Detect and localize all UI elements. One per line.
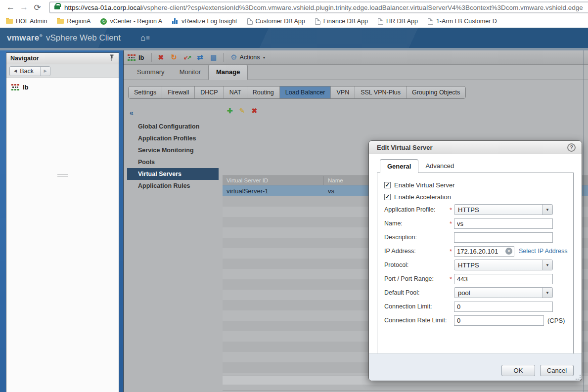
- dialog-footer: OK Cancel: [369, 353, 582, 381]
- application-profile-select[interactable]: HTTPS ▼: [454, 204, 553, 215]
- col-virtual-server-id[interactable]: Virtual Server ID: [223, 176, 324, 185]
- default-pool-select[interactable]: pool ▼: [454, 287, 553, 298]
- sync-icon[interactable]: ⇄: [197, 53, 203, 62]
- url-text: https://vcsa-01a.corp.local/vsphere-clie…: [64, 4, 583, 11]
- subtab-grouping-objects[interactable]: Grouping Objects: [407, 87, 465, 98]
- log-icon[interactable]: ▤: [210, 53, 217, 61]
- dialog-titlebar[interactable]: Edit Virtual Server ?: [369, 141, 582, 154]
- ok-button[interactable]: OK: [501, 365, 535, 376]
- navigator-header: Navigator: [6, 53, 119, 64]
- forward-button[interactable]: ▶: [40, 67, 50, 76]
- name-input[interactable]: [454, 218, 553, 229]
- resize-grip[interactable]: [576, 375, 581, 380]
- menu-item-application-rules[interactable]: Application Rules: [127, 180, 219, 192]
- protocol-select[interactable]: HTTPS ▼: [454, 260, 553, 270]
- checkbox-label: Enable Acceleration: [394, 193, 451, 201]
- dialog-tabs: General Advanced: [380, 159, 461, 173]
- details-divider: [223, 391, 588, 391]
- cancel-button[interactable]: Cancel: [540, 365, 574, 376]
- delete-icon[interactable]: ✖: [251, 107, 257, 115]
- add-icon[interactable]: ✚: [227, 107, 233, 115]
- menu-icon: ≡: [146, 34, 150, 42]
- edge-gateway-icon: [128, 54, 136, 61]
- tab-monitor[interactable]: Monitor: [172, 65, 208, 80]
- name-row: Name: *: [384, 217, 573, 230]
- lb-menu-items: Global Configuration Application Profile…: [127, 121, 219, 192]
- menu-item-pools[interactable]: Pools: [127, 156, 219, 168]
- menu-item-global-configuration[interactable]: Global Configuration: [127, 121, 219, 132]
- edge-gateway-icon: [11, 84, 19, 90]
- menu-item-application-profiles[interactable]: Application Profiles: [127, 132, 219, 144]
- description-row: Description:: [384, 230, 573, 244]
- back-arrow-icon: ◀: [14, 69, 17, 73]
- enable-acceleration-checkbox[interactable]: ✓: [384, 194, 391, 200]
- dialog-tab-general[interactable]: General: [380, 159, 418, 173]
- browser-reload-icon[interactable]: ⟳: [31, 2, 44, 13]
- bookmark-1arm-lb[interactable]: 1-Arm LB Customer D: [428, 18, 497, 25]
- object-toolbar: lb ✖ ↻ ↙↗ ⇄ ▤ ⚙ Actions ▼: [124, 50, 588, 65]
- url-omnibox[interactable]: https://vcsa-01a.corp.local/vsphere-clie…: [49, 1, 588, 13]
- back-button[interactable]: ◀Back: [10, 67, 40, 76]
- checkbox-label: Enable Virtual Server: [394, 181, 455, 189]
- cps-suffix: (CPS): [547, 317, 565, 324]
- clear-ip-icon[interactable]: ✕: [505, 248, 512, 255]
- vmware-logo: vmware®: [7, 33, 43, 43]
- connection-rate-limit-input[interactable]: [454, 315, 544, 326]
- subtab-nat[interactable]: NAT: [224, 87, 247, 98]
- subtab-vpn[interactable]: VPN: [331, 87, 355, 98]
- enable-virtual-server-checkbox[interactable]: ✓: [384, 182, 391, 188]
- bookmark-customer-db[interactable]: Customer DB App: [247, 18, 305, 25]
- vcenter-icon: ↻: [100, 18, 107, 25]
- back-button-group: ◀Back ▶: [9, 66, 50, 76]
- content-right-edge: [584, 50, 584, 392]
- port-input[interactable]: [454, 274, 553, 284]
- delete-edge-icon[interactable]: ✖: [158, 53, 164, 61]
- dropdown-arrow-icon: ▼: [542, 205, 552, 215]
- subtab-dhcp[interactable]: DHCP: [195, 87, 224, 98]
- select-ip-address-link[interactable]: Select IP Address: [519, 248, 567, 255]
- connection-rate-limit-row: Connection Rate Limit: (CPS): [384, 313, 573, 327]
- https-lock-icon[interactable]: [54, 5, 60, 9]
- home-button[interactable]: ⌂≡: [140, 33, 150, 43]
- browser-back-icon[interactable]: ←: [4, 2, 17, 12]
- manage-subtabs: Settings Firewall DHCP NAT Routing Load …: [128, 86, 466, 99]
- actions-menu-button[interactable]: ⚙ Actions ▼: [230, 53, 266, 62]
- panel-resize-handle[interactable]: [57, 174, 68, 177]
- bookmark-hol-admin[interactable]: HOL Admin: [6, 18, 47, 25]
- refresh-icon[interactable]: ↻: [171, 53, 177, 62]
- collapse-panel-icon[interactable]: «: [127, 106, 219, 117]
- bookmark-regiona[interactable]: RegionA: [57, 18, 90, 25]
- dialog-form: ✓ Enable Virtual Server ✓ Enable Acceler…: [377, 173, 574, 354]
- subtab-ssl-vpn-plus[interactable]: SSL VPN-Plus: [355, 87, 407, 98]
- tree-item-lb[interactable]: lb: [6, 82, 119, 92]
- folder-icon: [57, 19, 64, 24]
- redeploy-icon[interactable]: ↙↗: [183, 54, 190, 61]
- tab-manage[interactable]: Manage: [208, 65, 248, 80]
- page-icon: [378, 18, 383, 25]
- subtab-routing[interactable]: Routing: [247, 87, 280, 98]
- subtab-settings[interactable]: Settings: [129, 87, 162, 98]
- required-asterisk: *: [448, 248, 454, 255]
- subtab-firewall[interactable]: Firewall: [162, 87, 195, 98]
- vsphere-web-client-screen: ← → ⟳ https://vcsa-01a.corp.local/vspher…: [0, 0, 588, 392]
- menu-item-virtual-servers[interactable]: Virtual Servers: [127, 168, 219, 180]
- connection-limit-row: Connection Limit:: [384, 300, 573, 313]
- connection-limit-input[interactable]: [454, 302, 553, 312]
- dropdown-arrow-icon: ▼: [542, 260, 552, 270]
- navigator-tree: lb: [6, 78, 119, 92]
- dialog-tab-advanced[interactable]: Advanced: [418, 159, 461, 173]
- bookmark-vcenter[interactable]: ↻vCenter - Region A: [100, 18, 162, 25]
- bookmark-hr-db[interactable]: HR DB App: [378, 18, 418, 25]
- navigator-title: Navigator: [10, 55, 39, 62]
- bookmark-finance-db[interactable]: Finance DB App: [315, 18, 368, 25]
- description-input[interactable]: [454, 232, 553, 243]
- browser-forward-icon[interactable]: →: [17, 2, 31, 12]
- menu-item-service-monitoring[interactable]: Service Monitoring: [127, 144, 219, 156]
- pin-icon[interactable]: [109, 54, 115, 62]
- bookmark-vrealize[interactable]: vRealize Log Insight: [172, 18, 237, 25]
- tab-summary[interactable]: Summary: [130, 65, 172, 80]
- edit-icon[interactable]: ✎: [239, 107, 245, 115]
- toolbar-separator: [151, 53, 152, 62]
- help-icon[interactable]: ?: [567, 143, 576, 152]
- subtab-load-balancer[interactable]: Load Balancer: [280, 87, 331, 98]
